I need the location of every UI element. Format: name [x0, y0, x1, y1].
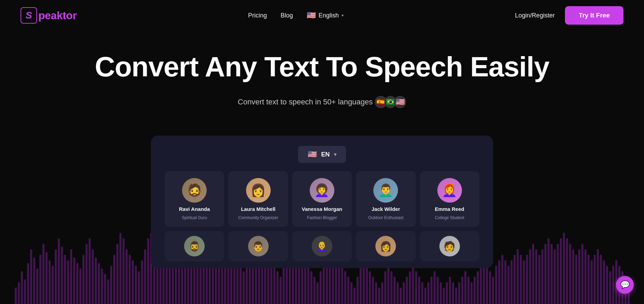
voice-role: Outdoor Enthusiast: [368, 215, 403, 220]
wave-bar: [464, 271, 466, 304]
hero-subtitle: Convert text to speech in 50+ languages …: [7, 96, 637, 108]
panel-lang-code: EN: [321, 151, 330, 158]
navbar: S peaktor Pricing Blog 🇺🇸 English ▾ Logi…: [0, 0, 644, 31]
voice-role: Community Organizer: [238, 215, 278, 220]
wave-bar: [434, 271, 436, 304]
wave-bar: [384, 271, 386, 304]
wave-bar: [612, 266, 614, 304]
voice-card-partial[interactable]: 👩‍🦲: [292, 231, 352, 261]
login-register-link[interactable]: Login/Register: [515, 12, 555, 19]
voice-card-partial[interactable]: 🧑: [420, 231, 479, 261]
wave-bar: [27, 263, 29, 304]
wave-bar: [350, 282, 352, 304]
wave-bar: [240, 266, 242, 304]
wave-bar: [357, 277, 359, 304]
wave-bar: [341, 266, 343, 304]
wave-bar: [418, 277, 420, 304]
voice-card[interactable]: 👩 Laura Mitchell Community Organizer: [228, 171, 288, 227]
pricing-link[interactable]: Pricing: [248, 12, 267, 19]
avatar: 👩: [246, 178, 271, 203]
wave-bar: [135, 266, 137, 304]
wave-bar: [372, 277, 374, 304]
wave-bar: [360, 266, 362, 304]
flag-us: 🇺🇸: [394, 96, 406, 108]
wave-bar: [430, 277, 433, 304]
wave-bar: [480, 266, 482, 304]
wave-bar: [449, 277, 451, 304]
voice-card-partial[interactable]: 👨: [228, 231, 288, 261]
language-label: English: [319, 12, 339, 19]
wave-bar: [36, 268, 38, 304]
voice-role: Spiritual Guru: [182, 215, 207, 220]
voice-role: Fashion Blogger: [307, 215, 337, 220]
wave-bar: [471, 282, 473, 304]
wave-bar: [381, 282, 383, 304]
try-free-button[interactable]: Try It Free: [565, 6, 623, 25]
voice-name: Laura Mitchell: [241, 206, 275, 212]
wave-bar: [394, 277, 396, 304]
wave-bar: [107, 279, 109, 304]
voice-card[interactable]: 👨‍🦱 Jack Wilder Outdoor Enthusiast: [356, 171, 415, 227]
hero-subtitle-text: Convert text to speech in 50+ languages: [238, 98, 373, 106]
wave-bar: [378, 288, 380, 304]
wave-bar: [461, 277, 463, 304]
wave-bar: [310, 271, 312, 304]
wave-bar: [375, 282, 377, 304]
voice-card[interactable]: 👩‍🦰 Emma Reed College Student: [420, 171, 479, 227]
wave-bar: [98, 263, 100, 304]
panel-lang-selector: 🇺🇸 EN ▾: [165, 146, 479, 163]
wave-bar: [606, 266, 608, 304]
wave-bar: [101, 268, 103, 304]
panel-chevron-icon: ▾: [334, 152, 336, 157]
wave-bar: [467, 277, 469, 304]
logo-letter: S: [26, 10, 32, 21]
wave-bar: [203, 266, 205, 304]
wave-bar: [366, 266, 368, 304]
wave-bar: [421, 282, 423, 304]
wave-bar: [344, 271, 346, 304]
wave-bar: [104, 274, 106, 304]
wave-bar: [427, 282, 429, 304]
logo[interactable]: S peaktor: [21, 7, 77, 24]
nav-links: Pricing Blog 🇺🇸 English ▾: [248, 11, 344, 20]
wave-bar: [76, 263, 78, 304]
wave-bar: [317, 282, 319, 304]
voice-name: Emma Reed: [435, 206, 464, 212]
wave-bar: [477, 271, 479, 304]
wave-bar: [486, 266, 488, 304]
wave-bar: [489, 271, 491, 304]
wave-bar: [21, 271, 23, 304]
avatar: 👩‍🦲: [312, 236, 332, 256]
wave-bar: [609, 271, 611, 304]
voice-name: Ravi Ananda: [179, 206, 210, 212]
blog-link[interactable]: Blog: [281, 12, 293, 19]
avatar: 👩: [375, 236, 396, 256]
avatar: 🧔‍♂️: [184, 236, 205, 256]
avatar: 👩‍🦱: [310, 178, 334, 203]
wave-bar: [455, 288, 457, 304]
wave-bar: [406, 277, 408, 304]
logo-box: S: [21, 7, 37, 24]
wave-bar: [409, 271, 411, 304]
voice-role: College Student: [435, 215, 464, 220]
voice-cards-row2: 🧔‍♂️ 👨 👩‍🦲 👩 🧑: [165, 231, 479, 261]
wave-bar: [415, 271, 417, 304]
wave-bar: [440, 282, 442, 304]
wave-bar: [320, 271, 322, 304]
wave-bar: [424, 288, 426, 304]
voice-card[interactable]: 🧔 Ravi Ananda Spiritual Guru: [165, 171, 224, 227]
voice-card[interactable]: 👩‍🦱 Vanessa Morgan Fashion Blogger: [292, 171, 352, 227]
wave-bar: [243, 271, 245, 304]
voice-name: Vanessa Morgan: [302, 206, 342, 212]
voice-card-partial[interactable]: 👩: [356, 231, 415, 261]
chevron-down-icon: ▾: [342, 13, 344, 18]
avatar: 🧑: [439, 236, 460, 256]
panel-lang-pill[interactable]: 🇺🇸 EN ▾: [298, 146, 346, 163]
wave-bar: [443, 288, 445, 304]
language-selector[interactable]: 🇺🇸 English ▾: [307, 11, 344, 20]
voice-card-partial[interactable]: 🧔‍♂️: [165, 231, 224, 261]
wave-bar: [437, 277, 439, 304]
chat-button[interactable]: 💬: [616, 276, 634, 294]
wave-bar: [369, 271, 371, 304]
wave-bar: [280, 277, 282, 304]
